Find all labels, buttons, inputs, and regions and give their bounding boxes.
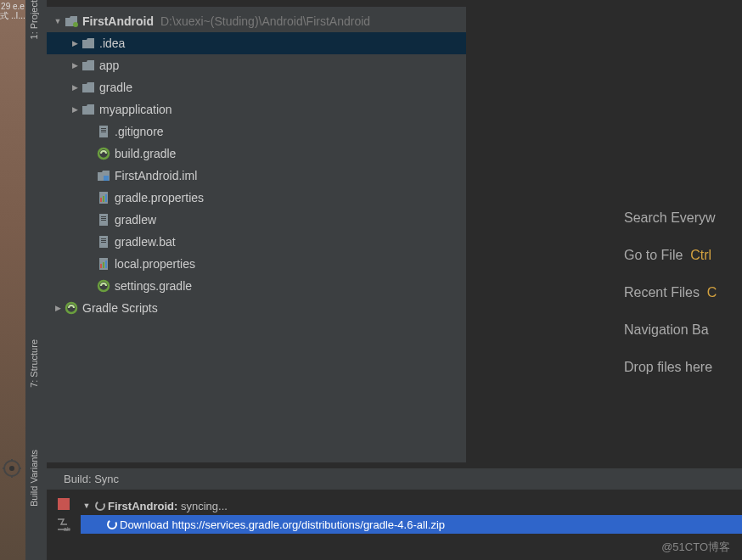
text-file-icon [96, 213, 111, 227]
project-tree[interactable]: ▼ FirstAndroid D:\xuexi~(Studing)\Androi… [47, 7, 466, 319]
svg-rect-11 [101, 130, 106, 131]
text-file-icon [96, 235, 111, 249]
svg-point-1 [9, 466, 14, 471]
tip-goto-file: Go to File Ctrl [624, 248, 717, 263]
build-tool-window: ab ▼ FirstAndroid: syncing... Download h… [47, 490, 742, 560]
build-task-row[interactable]: ▼ FirstAndroid: syncing... [81, 496, 742, 515]
tree-item-label: FirstAndroid.iml [115, 169, 197, 182]
svg-rect-22 [101, 220, 106, 221]
build-output-tree[interactable]: ▼ FirstAndroid: syncing... Download http… [81, 496, 742, 534]
tree-item-gradle-properties[interactable]: gradle.properties [47, 187, 466, 209]
tip-search-everywhere: Search Everyw [624, 210, 717, 226]
shortcut-text: C [707, 285, 717, 300]
module-icon [96, 170, 111, 182]
tree-item-label: gradle.properties [115, 191, 204, 204]
folder-icon [81, 59, 96, 71]
folder-icon [81, 37, 96, 49]
tree-item-app[interactable]: ▶ app [47, 54, 466, 76]
left-gutter: 29 e.e 式 ..I... 1: Project 7: Structure … [0, 0, 47, 560]
download-label: Download [120, 518, 169, 531]
tree-item-build-gradle[interactable]: build.gradle [47, 143, 466, 165]
build-status: syncing... [181, 500, 228, 512]
module-folder-icon [64, 15, 79, 27]
text-file-icon [96, 125, 111, 138]
svg-rect-12 [101, 132, 106, 132]
svg-text:ab: ab [64, 526, 70, 532]
tree-item-label: settings.gradle [115, 279, 192, 293]
tree-item-myapplication[interactable]: ▶ myapplication [47, 98, 466, 120]
tip-drop-files: Drop files here [624, 360, 717, 375]
gradle-icon [96, 279, 111, 293]
svg-rect-21 [101, 218, 106, 219]
expand-arrow-icon[interactable]: ▼ [52, 17, 64, 25]
folder-icon [81, 104, 96, 115]
tool-tab-build-variants[interactable]: Build Variants [29, 450, 39, 507]
stop-build-button[interactable] [58, 498, 70, 510]
expand-arrow-icon[interactable]: ▶ [69, 105, 81, 114]
tree-item-label: gradlew.bat [115, 235, 176, 249]
expand-arrow-icon[interactable]: ▶ [69, 61, 81, 70]
gradle-icon [96, 147, 111, 160]
tree-item-gradle[interactable]: ▶ gradle [47, 76, 466, 98]
tip-navigation-bar: Navigation Ba [624, 322, 717, 338]
svg-rect-14 [104, 176, 109, 181]
spinner-icon [93, 500, 108, 512]
properties-icon [96, 257, 111, 271]
svg-rect-28 [100, 264, 102, 268]
download-url: https://services.gradle.org/distribution… [171, 518, 445, 531]
svg-point-35 [108, 520, 116, 529]
tree-item-iml[interactable]: FirstAndroid.iml [47, 165, 466, 187]
spinner-icon [104, 518, 120, 530]
tree-item-label: gradlew [115, 213, 156, 227]
tool-tab-project[interactable]: 1: Project [29, 0, 39, 39]
project-name: FirstAndroid [82, 14, 154, 28]
svg-rect-25 [101, 240, 106, 241]
tool-tab-structure[interactable]: 7: Structure [29, 339, 39, 388]
tree-item-gradlew[interactable]: gradlew [47, 209, 466, 231]
watermark-text: @51CTO博客 [661, 540, 730, 555]
editor-empty-state: Search Everyw Go to File Ctrl Recent Fil… [467, 7, 742, 462]
svg-point-8 [73, 22, 78, 27]
tree-item-settings-gradle[interactable]: settings.gradle [47, 275, 466, 297]
editor-tips: Search Everyw Go to File Ctrl Recent Fil… [624, 210, 717, 397]
svg-rect-20 [101, 216, 106, 217]
tree-item-label: myapplication [99, 103, 172, 116]
tree-item-label: app [99, 59, 119, 72]
tree-item-label: local.properties [115, 257, 195, 271]
build-tool-window-header[interactable]: Build: Sync [47, 468, 742, 490]
folder-icon [81, 81, 96, 93]
tree-item-gradlew-bat[interactable]: gradlew.bat [47, 231, 466, 253]
svg-rect-18 [105, 194, 107, 202]
tree-gradle-scripts[interactable]: ▶ Gradle Scripts [47, 297, 466, 319]
svg-rect-30 [105, 260, 107, 268]
gradle-icon [64, 301, 79, 315]
tip-recent-files: Recent Files C [624, 285, 717, 300]
tree-item-label: .idea [99, 36, 125, 50]
build-download-row[interactable]: Download https://services.gradle.org/dis… [81, 515, 742, 534]
tree-item-idea[interactable]: ▶ .idea [47, 32, 466, 54]
expand-arrow-icon[interactable]: ▼ [81, 501, 93, 510]
tree-root[interactable]: ▼ FirstAndroid D:\xuexi~(Studing)\Androi… [47, 10, 466, 32]
svg-rect-26 [101, 242, 106, 243]
expand-arrow-icon[interactable]: ▶ [69, 83, 81, 92]
expand-arrow-icon[interactable]: ▶ [52, 304, 64, 312]
tree-item-gitignore[interactable]: .gitignore [47, 120, 466, 143]
shortcut-text: Ctrl [690, 248, 711, 262]
tool-window-bar: 1: Project 7: Structure Build Variants [25, 0, 47, 560]
toggle-view-icon[interactable]: ab [56, 517, 71, 532]
svg-rect-24 [101, 238, 106, 239]
svg-point-31 [98, 281, 109, 291]
project-tool-window: ▼ FirstAndroid D:\xuexi~(Studing)\Androi… [47, 7, 467, 462]
tree-item-label: build.gradle [115, 147, 176, 160]
svg-point-13 [98, 148, 109, 159]
project-path: D:\xuexi~(Studing)\Android\FirstAndroid [160, 14, 370, 28]
svg-point-34 [96, 501, 104, 510]
tree-item-local-properties[interactable]: local.properties [47, 253, 466, 275]
expand-arrow-icon[interactable]: ▶ [69, 39, 81, 48]
build-project-name: FirstAndroid: [108, 500, 177, 512]
svg-rect-29 [103, 262, 104, 268]
svg-rect-16 [100, 198, 102, 202]
gutter-top-fragment: 29 e.e 式 ..I... [0, 0, 25, 20]
svg-point-32 [66, 303, 76, 313]
svg-rect-17 [103, 196, 104, 202]
